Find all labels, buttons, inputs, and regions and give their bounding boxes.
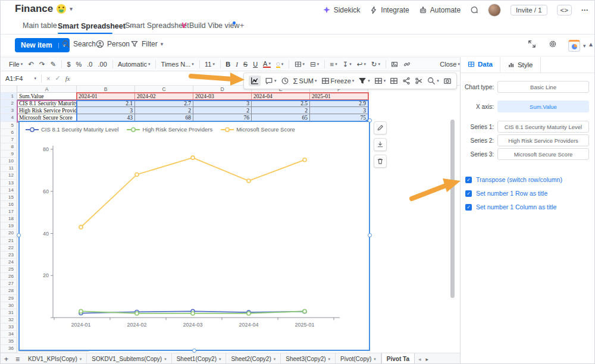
column-header-A[interactable]: A — [17, 86, 77, 93]
tab-style[interactable]: Style — [500, 57, 541, 73]
table-cell-C2[interactable]: 2.7 — [135, 100, 193, 107]
insert-image-icon[interactable] — [391, 61, 398, 68]
invite-button[interactable]: Invite / 1 — [511, 5, 547, 15]
borders-button[interactable]: ▾ — [295, 61, 305, 68]
automate-button[interactable]: Automate — [419, 6, 461, 14]
app-dropdown-icon[interactable]: ▾ — [583, 43, 586, 49]
tab-data[interactable]: Data — [461, 57, 500, 73]
close-editor-button[interactable]: Close▾ — [440, 61, 460, 68]
spreadsheet-app-icon[interactable]: ▾ — [568, 40, 586, 52]
row-number-27[interactable]: 27 — [1, 280, 17, 287]
chart-handle-top-right[interactable] — [368, 118, 372, 123]
row-number-11[interactable]: 11 — [1, 165, 17, 172]
legend-item[interactable]: High Risk Service Providers — [127, 126, 212, 133]
row-as-title-checkbox[interactable]: ✓ Set number 1 Row as title — [465, 190, 547, 197]
sheet-tab-menu-icon[interactable]: ▾ — [219, 357, 221, 362]
integrate-button[interactable]: Integrate — [369, 6, 409, 14]
search-in-sheet-button[interactable]: ▾ — [427, 77, 439, 85]
edit-chart-button[interactable] — [374, 121, 387, 134]
freeze-button[interactable]: Freeze▾ — [321, 77, 355, 85]
row-number-19[interactable]: 19 — [1, 222, 17, 230]
collapse-panel-icon[interactable]: ▴ — [589, 40, 593, 48]
fill-color-button[interactable]: ◌▾ — [276, 61, 283, 68]
x-axis-select[interactable]: Sum.Value — [497, 101, 589, 112]
text-wrap-button[interactable]: ↩▾ — [357, 60, 366, 68]
table-cell-A3[interactable]: High Risk Service Providers — [17, 107, 77, 114]
search-button[interactable]: Search — [62, 40, 96, 48]
column-header-C[interactable]: C — [135, 86, 193, 93]
horizontal-align-button[interactable]: ≡▾ — [330, 61, 337, 68]
sidekick-button[interactable]: Sidekick — [322, 6, 361, 14]
table-cell-D1[interactable]: 2024-03 — [193, 93, 252, 100]
currency-format-button[interactable]: $ — [67, 61, 70, 68]
row-number-15[interactable]: 15 — [1, 194, 17, 201]
row-number-22[interactable]: 22 — [1, 244, 17, 252]
filter-dropdown-icon[interactable]: ▾ — [161, 41, 164, 47]
share-icon[interactable] — [402, 77, 411, 85]
row-number-1[interactable]: 1 — [1, 93, 17, 100]
checkbox-checked-icon[interactable]: ✓ — [465, 190, 472, 197]
row-number-6[interactable]: 6 — [1, 129, 17, 136]
chart-handle-left[interactable] — [17, 233, 21, 237]
sheet-tab[interactable]: Pivot(Copy)▾ — [336, 353, 381, 364]
increase-decimal-button[interactable]: .00 — [98, 61, 107, 68]
row-number-29[interactable]: 29 — [1, 295, 17, 302]
vertical-align-button[interactable]: ↧▾ — [343, 60, 352, 68]
sheet-tab-menu-icon[interactable]: ▾ — [374, 357, 376, 362]
name-box[interactable]: A1:F4▾ — [5, 75, 36, 82]
add-sheet-button[interactable]: + — [1, 353, 12, 364]
row-number-36[interactable]: 36 — [1, 345, 17, 352]
cancel-entry-icon[interactable]: × — [46, 75, 50, 82]
sheet-tab-menu-icon[interactable]: ▾ — [274, 357, 276, 362]
sheet-tab[interactable]: Sheet2(Copy2)▾ — [226, 353, 281, 364]
next-sheet-icon[interactable]: ▸ — [425, 353, 430, 364]
select-all-corner[interactable] — [1, 86, 17, 93]
decrease-decimal-button[interactable]: .0 — [87, 61, 92, 68]
new-item-button[interactable]: New item ▾ — [15, 38, 70, 52]
undo-icon[interactable]: ↶ — [28, 60, 34, 68]
row-number-32[interactable]: 32 — [1, 316, 17, 324]
table-cell-A2[interactable]: CIS 8.1 Security Maturity Level — [17, 100, 77, 107]
font-size-select[interactable]: 11▾ — [205, 61, 215, 68]
row-number-35[interactable]: 35 — [1, 338, 17, 345]
number-format-select[interactable]: Automatic▾ — [118, 61, 150, 68]
text-color-button[interactable]: A▾ — [263, 61, 271, 68]
all-sheets-menu-icon[interactable]: ≡ — [12, 353, 23, 364]
confirm-entry-icon[interactable]: ✓ — [55, 74, 60, 82]
bold-button[interactable]: B — [226, 61, 230, 68]
table-cell-D2[interactable]: 3 — [193, 100, 252, 107]
row-number-10[interactable]: 10 — [1, 158, 17, 165]
sheet-tab-menu-icon[interactable]: ▾ — [328, 357, 331, 362]
table-button[interactable]: ▾ — [374, 77, 386, 85]
row-number-20[interactable]: 20 — [1, 230, 17, 237]
sheet-tab[interactable]: Sheet3(Copy2)▾ — [281, 353, 336, 364]
screenshot-icon[interactable] — [443, 77, 452, 85]
series-2-select[interactable]: High Risk Service Providers — [497, 134, 589, 146]
table-cell-C3[interactable]: 2 — [135, 107, 193, 114]
sheet-tab-active[interactable]: Pivot Ta — [381, 353, 415, 364]
chart-handle-right[interactable] — [368, 233, 372, 237]
table-cell-B1[interactable]: 2024-01 — [77, 93, 135, 100]
table-cell-B2[interactable]: 2.1 — [77, 100, 135, 107]
row-number-4[interactable]: 4 — [1, 114, 17, 121]
more-options-icon[interactable]: ··· — [581, 6, 588, 14]
table-cell-F2[interactable]: 2.9 — [310, 100, 368, 107]
view-settings-icon[interactable] — [549, 40, 557, 48]
table-cell-F3[interactable]: 3 — [310, 107, 368, 114]
percent-format-button[interactable]: % — [76, 61, 82, 68]
embedded-chart[interactable]: CIS 8.1 Security Maturity LevelHigh Risk… — [18, 121, 370, 351]
table-cell-F1[interactable]: 2025-01 — [310, 93, 368, 100]
series-3-select[interactable]: Microsoft Secure Score — [497, 148, 589, 160]
table-cell-B3[interactable]: 3 — [77, 107, 135, 114]
row-number-18[interactable]: 18 — [1, 215, 17, 222]
row-number-30[interactable]: 30 — [1, 302, 17, 309]
row-number-23[interactable]: 23 — [1, 252, 17, 259]
chevron-down-icon[interactable]: ▾ — [70, 6, 73, 12]
row-number-25[interactable]: 25 — [1, 266, 17, 273]
checkbox-checked-icon[interactable]: ✓ — [465, 204, 472, 211]
row-number-8[interactable]: 8 — [1, 143, 17, 150]
filter-button[interactable]: Filter▾ — [130, 40, 163, 48]
table-cell-E3[interactable]: 2 — [252, 107, 310, 114]
history-icon[interactable] — [281, 77, 289, 85]
vertical-scrollbar[interactable] — [450, 120, 455, 298]
